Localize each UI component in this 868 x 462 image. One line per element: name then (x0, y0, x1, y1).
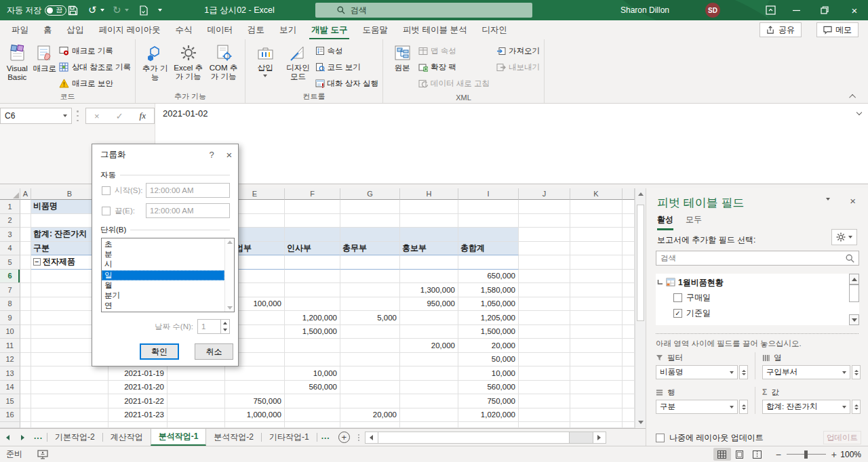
cell-G6[interactable] (340, 270, 400, 284)
cell-pd5[interactable] (623, 255, 635, 270)
cell-F4[interactable]: 인사부 (285, 242, 340, 256)
chip-spinner[interactable] (852, 400, 861, 414)
minimize-button[interactable] (785, 0, 807, 20)
ribbon-tab-페이지 레이아웃[interactable]: 페이지 레이아웃 (92, 20, 168, 39)
cell-A7[interactable] (20, 283, 31, 297)
cell-J3[interactable] (519, 228, 570, 242)
sheet-overflow-right[interactable]: ... (317, 429, 334, 446)
col-header-I[interactable]: I (458, 188, 519, 200)
cell-I6[interactable]: 650,000 (458, 270, 519, 284)
cell-I10[interactable]: 1,500,000 (458, 325, 519, 339)
field-list-scrollbar[interactable] (849, 274, 859, 325)
field-chip-비품명[interactable]: 비품명 (656, 365, 738, 379)
cell-F6[interactable] (285, 270, 340, 284)
col-header-A[interactable]: A (20, 188, 31, 200)
cell-F13[interactable]: 10,000 (285, 366, 340, 381)
cell-G3[interactable] (340, 228, 400, 242)
cell-K13[interactable] (570, 366, 623, 381)
excel-addins-button[interactable]: Excel 추가 기능 (172, 41, 205, 91)
row-header-13[interactable]: 13 (0, 366, 20, 381)
cell-F1[interactable] (285, 200, 340, 214)
select-all-corner[interactable] (0, 188, 20, 200)
import-button[interactable]: 가져오기 (496, 44, 540, 58)
cell-K16[interactable] (570, 408, 623, 423)
cell-H16[interactable] (400, 408, 458, 423)
cell-G1[interactable] (340, 200, 400, 214)
cell-I12[interactable]: 50,000 (458, 353, 519, 367)
cell-G7[interactable] (340, 283, 400, 297)
formula-value[interactable]: 2021-01-02 (163, 108, 208, 119)
cell-J7[interactable] (519, 283, 570, 297)
cell-I5[interactable] (458, 255, 519, 270)
col-header-J[interactable]: J (519, 188, 570, 200)
close-button[interactable]: × (844, 0, 865, 20)
cell-G11[interactable] (340, 339, 400, 353)
cell-F10[interactable]: 1,500,000 (285, 325, 340, 339)
ribbon-tab-삽입[interactable]: 삽입 (60, 20, 92, 39)
row-header-12[interactable]: 12 (0, 353, 20, 367)
field-chip-합계: 잔존가치[interactable]: 합계: 잔존가치 (762, 400, 850, 414)
start-input[interactable]: 12:00:00 AM (146, 183, 230, 198)
cell-I2[interactable] (458, 214, 519, 228)
unit-option-시[interactable]: 시 (102, 259, 224, 270)
cell-I8[interactable]: 1,050,000 (458, 297, 519, 312)
quick-print-button[interactable] (139, 0, 149, 20)
cell-A10[interactable] (20, 325, 31, 339)
cell-A11[interactable] (20, 339, 31, 353)
dialog-help-button[interactable]: ? (203, 144, 220, 165)
scroll-up-button[interactable] (849, 274, 859, 285)
ribbon-tab-검토[interactable]: 검토 (240, 20, 272, 39)
cell-pd4[interactable] (623, 242, 635, 256)
cell-K12[interactable] (570, 353, 623, 367)
cell-J1[interactable] (519, 200, 570, 214)
row-header-4[interactable]: 4 (0, 242, 20, 256)
cell-F12[interactable] (285, 353, 340, 367)
cell-G10[interactable] (340, 325, 400, 339)
ribbon-display-options-button[interactable] (760, 0, 781, 20)
confirm-entry-icon[interactable]: ✓ (116, 111, 123, 121)
unit-option-분기[interactable]: 분기 (102, 291, 224, 301)
cell-H8[interactable]: 950,000 (400, 297, 458, 312)
undo-button[interactable]: ↺ (88, 0, 104, 20)
record-macro-button[interactable]: 매크로 기록 (59, 44, 131, 58)
cell-H9[interactable] (400, 311, 458, 325)
cell-pd14[interactable] (623, 381, 635, 395)
row-header-5[interactable]: 5 (0, 255, 20, 270)
cell-K6[interactable] (570, 270, 623, 284)
comments-button[interactable]: 메모 (816, 22, 859, 37)
cell-A9[interactable] (20, 311, 31, 325)
cell-B14[interactable] (31, 381, 108, 395)
field-row-기준일[interactable]: ✓기준일 (657, 306, 849, 321)
cell-H2[interactable] (400, 214, 458, 228)
cell-I16[interactable]: 1,020,000 (458, 408, 519, 423)
panel-tab-활성[interactable]: 활성 (657, 214, 673, 226)
cell-pd10[interactable] (623, 325, 635, 339)
cell-I11[interactable]: 20,000 (458, 339, 519, 353)
sheet-tab-기타작업-1[interactable]: 기타작업-1 (262, 429, 317, 446)
cell-pd3[interactable] (623, 228, 635, 242)
panel-tab-모두[interactable]: 모두 (686, 214, 702, 226)
listbox-scrollbar[interactable] (224, 238, 234, 312)
cell-K1[interactable] (570, 200, 623, 214)
macro-security-button[interactable]: 매크로 보안 (59, 77, 131, 90)
cell-J9[interactable] (519, 311, 570, 325)
row-header-14[interactable]: 14 (0, 381, 20, 395)
unit-option-초[interactable]: 초 (102, 239, 224, 249)
macros-button[interactable]: 매크로 (32, 41, 58, 91)
cell-A5[interactable] (20, 255, 31, 270)
cell-pd11[interactable] (623, 339, 635, 353)
cell-A12[interactable] (20, 353, 31, 367)
cell-I14[interactable]: 560,000 (458, 381, 519, 395)
cell-K11[interactable] (570, 339, 623, 353)
search-box[interactable]: 검색 (315, 3, 532, 18)
row-header-15[interactable]: 15 (0, 394, 20, 408)
cell-J10[interactable] (519, 325, 570, 339)
cell-H12[interactable] (400, 353, 458, 367)
cell-H10[interactable] (400, 325, 458, 339)
vertical-scrollbar[interactable] (635, 188, 646, 428)
row-header-16[interactable]: 16 (0, 408, 20, 423)
cell-G9[interactable]: 5,000 (340, 311, 400, 325)
update-button[interactable]: 업데이트 (823, 431, 861, 444)
normal-view-button[interactable] (713, 448, 731, 461)
cell-H11[interactable]: 20,000 (400, 339, 458, 353)
